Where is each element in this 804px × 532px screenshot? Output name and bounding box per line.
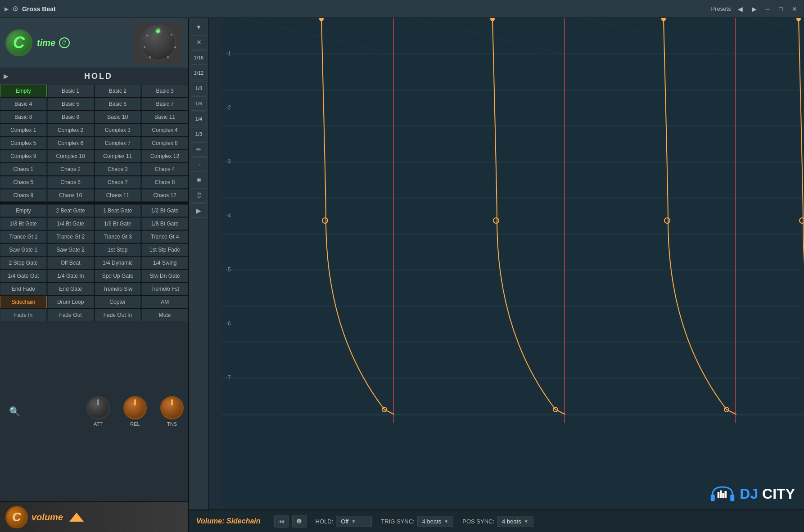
preset-basic3[interactable]: Basic 3	[141, 85, 188, 97]
maximize-button[interactable]: □	[777, 5, 785, 14]
att-knob[interactable]	[86, 396, 110, 419]
close-envelope-button[interactable]: ✕	[191, 35, 207, 50]
preset-fade-out-in[interactable]: Fade Out In	[95, 309, 141, 321]
expand-arrow-icon[interactable]: ▶	[5, 6, 9, 12]
preset-tremelo-fst[interactable]: Tremelo Fst	[141, 283, 188, 295]
preset-am[interactable]: AM	[141, 296, 188, 308]
preset-end-gate[interactable]: End Gate	[47, 283, 94, 295]
preset-chaos3[interactable]: Chaos 3	[95, 163, 141, 176]
preset-complex12[interactable]: Complex 12	[141, 150, 188, 162]
preset-saw-gate2[interactable]: Saw Gate 2	[47, 243, 94, 256]
note-16th-button[interactable]: 1/16	[191, 50, 207, 65]
preset-basic10[interactable]: Basic 10	[95, 111, 141, 123]
arrow-button[interactable]: →	[191, 158, 207, 172]
preset-basic8[interactable]: Basic 8	[0, 111, 47, 123]
rel-knob[interactable]	[123, 396, 147, 419]
preset-2beat-gate[interactable]: 2 Beat Gate	[47, 204, 94, 217]
preset-quarter-swing[interactable]: 1/4 Swing	[141, 257, 188, 269]
gear-icon[interactable]: ⚙	[12, 5, 18, 13]
preset-1beat-gate[interactable]: 1 Beat Gate	[95, 204, 141, 217]
play-button[interactable]: ▶	[191, 203, 207, 218]
preset-gate-empty[interactable]: Empty	[0, 204, 47, 217]
note-4th-button[interactable]: 1/4	[191, 112, 207, 126]
preset-complex6[interactable]: Complex 6	[47, 137, 94, 149]
preset-complex11[interactable]: Complex 11	[95, 150, 141, 162]
loop-icon-button[interactable]: ⏮	[274, 515, 289, 527]
preset-off-beat[interactable]: Off Beat	[47, 257, 94, 269]
preset-complex1[interactable]: Complex 1	[0, 124, 47, 136]
preset-mute[interactable]: Mute	[141, 309, 188, 321]
zoom-icon[interactable]: 🔍	[5, 406, 20, 417]
preset-saw-gate1[interactable]: Saw Gate 1	[0, 243, 47, 256]
preset-complex10[interactable]: Complex 10	[47, 150, 94, 162]
preset-complex7[interactable]: Complex 7	[95, 137, 141, 149]
preset-2step-gate[interactable]: 2 Step Gate	[0, 257, 47, 269]
preset-basic5[interactable]: Basic 5	[47, 98, 94, 110]
star-button[interactable]: ✱	[191, 173, 207, 187]
clock-button[interactable]: ⏱	[191, 188, 207, 203]
preset-chaos11[interactable]: Chaos 11	[95, 189, 141, 202]
prev-preset-button[interactable]: ◀	[736, 5, 745, 14]
pos-sync-dropdown[interactable]: 4 beats ▼	[497, 516, 533, 527]
preset-trance-gt2[interactable]: Trance Gt 2	[47, 230, 94, 243]
preset-1st-stp-fade[interactable]: 1st Stp Fade	[141, 243, 188, 256]
preset-chaos7[interactable]: Chaos 7	[95, 176, 141, 189]
preset-sidechain[interactable]: Sidechain	[0, 296, 47, 308]
hold-dropdown[interactable]: Off ▼	[336, 516, 372, 527]
preset-chaos8[interactable]: Chaos 8	[141, 176, 188, 189]
preset-complex9[interactable]: Complex 9	[0, 150, 47, 162]
preset-empty[interactable]: Empty	[0, 85, 47, 97]
hold-arrow-icon[interactable]: ▶	[4, 72, 9, 80]
preset-chaos6[interactable]: Chaos 6	[47, 176, 94, 189]
preset-basic2[interactable]: Basic 2	[95, 85, 141, 97]
preset-basic11[interactable]: Basic 11	[141, 111, 188, 123]
preset-eighth-bt-gate[interactable]: 1/8 Bt Gate	[141, 217, 188, 230]
minimize-button[interactable]: ─	[763, 5, 772, 14]
preset-basic7[interactable]: Basic 7	[141, 98, 188, 110]
preset-complex2[interactable]: Complex 2	[47, 124, 94, 136]
preset-fade-in[interactable]: Fade In	[0, 309, 47, 321]
preset-complex4[interactable]: Complex 4	[141, 124, 188, 136]
preset-quarter-bt-gate[interactable]: 1/4 Bt Gate	[47, 217, 94, 230]
preset-quarter-gate-in[interactable]: 1/4 Gate In	[47, 270, 94, 282]
next-preset-button[interactable]: ▶	[750, 5, 759, 14]
preset-quarter-dynamic[interactable]: 1/4 Dynamic	[95, 257, 141, 269]
preset-slw-dn-gate[interactable]: Slw Dn Gate	[141, 270, 188, 282]
preset-complex8[interactable]: Complex 8	[141, 137, 188, 149]
preset-fade-out[interactable]: Fade Out	[47, 309, 94, 321]
clock-icon[interactable]: ⏱	[59, 37, 70, 48]
close-button[interactable]: ✕	[790, 5, 799, 14]
preset-trance-gt1[interactable]: Trance Gt 1	[0, 230, 47, 243]
preset-chaos5[interactable]: Chaos 5	[0, 176, 47, 189]
preset-drum-loop[interactable]: Drum Loop	[47, 296, 94, 308]
envelope-area[interactable]: -1 -2 -3 -4 -5 -6 -7	[222, 18, 804, 532]
time-knob[interactable]	[140, 25, 176, 61]
preset-third-bt-gate[interactable]: 1/3 Bt Gate	[0, 217, 47, 230]
preset-complex3[interactable]: Complex 3	[95, 124, 141, 136]
preset-chaos2[interactable]: Chaos 2	[47, 163, 94, 176]
marker-icon-button[interactable]: ❶	[292, 515, 307, 527]
note-12th-button[interactable]: 1/12	[191, 66, 207, 80]
preset-spd-up-gate[interactable]: Spd Up Gate	[95, 270, 141, 282]
preset-basic9[interactable]: Basic 9	[47, 111, 94, 123]
preset-basic4[interactable]: Basic 4	[0, 98, 47, 110]
preset-basic1[interactable]: Basic 1	[47, 85, 94, 97]
pencil-button[interactable]: ✏	[191, 142, 207, 157]
preset-copter[interactable]: Copter	[95, 296, 141, 308]
preset-chaos12[interactable]: Chaos 12	[141, 189, 188, 202]
preset-chaos9[interactable]: Chaos 9	[0, 189, 47, 202]
note-3rd-button[interactable]: 1/3	[191, 127, 207, 141]
trig-sync-dropdown[interactable]: 4 beats ▼	[417, 516, 454, 527]
tns-knob[interactable]	[160, 396, 184, 419]
preset-sixth-bt-gate[interactable]: 1/6 Bt Gate	[95, 217, 141, 230]
preset-tremelo-slw[interactable]: Tremelo Slw	[95, 283, 141, 295]
preset-complex5[interactable]: Complex 5	[0, 137, 47, 149]
preset-half-bt-gate[interactable]: 1/2 Bt Gate	[141, 204, 188, 217]
preset-quarter-gate-out[interactable]: 1/4 Gate Out	[0, 270, 47, 282]
preset-end-fade[interactable]: End Fade	[0, 283, 47, 295]
preset-chaos4[interactable]: Chaos 4	[141, 163, 188, 176]
preset-basic6[interactable]: Basic 6	[95, 98, 141, 110]
note-6th-button[interactable]: 1/6	[191, 96, 207, 111]
note-8th-button[interactable]: 1/8	[191, 81, 207, 95]
preset-chaos1[interactable]: Chaos 1	[0, 163, 47, 176]
